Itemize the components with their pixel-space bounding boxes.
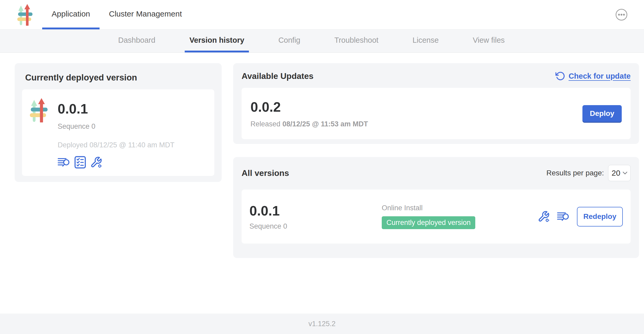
subnav-tab-troubleshoot[interactable]: Troubleshoot <box>330 30 383 52</box>
subnav-tab-license[interactable]: License <box>408 30 443 52</box>
refresh-icon <box>555 71 565 81</box>
deployed-sequence-label: Sequence 0 <box>58 122 174 131</box>
top-tabs: Application Cluster Management <box>42 0 191 29</box>
currently-deployed-badge: Currently deployed version <box>382 216 475 229</box>
update-version-label: 0.0.2 <box>250 99 368 115</box>
redeploy-button[interactable]: Redeploy <box>577 207 623 227</box>
version-row: 0.0.1 Sequence 0 Online Install Currentl… <box>242 190 631 244</box>
deployed-version-label: 0.0.1 <box>58 101 174 117</box>
released-prefix: Released <box>250 120 280 128</box>
subnav-tab-version-history[interactable]: Version history <box>185 30 249 52</box>
update-released-timestamp: Released08/12/25 @ 11:53 am MDT <box>250 120 368 128</box>
all-versions-panel: All versions Results per page: 20 <box>233 157 639 258</box>
available-updates-title: Available Updates <box>242 71 313 81</box>
app-logo-icon <box>30 98 48 169</box>
currently-deployed-card: 0.0.1 Sequence 0 Deployed 08/12/25 @ 11:… <box>22 89 214 176</box>
deployed-version-actions <box>58 156 174 169</box>
app-subnav: Dashboard Version history Config Trouble… <box>0 30 644 53</box>
row-version-label: 0.0.1 <box>249 203 382 219</box>
deployed-timestamp: Deployed 08/12/25 @ 11:40 am MDT <box>58 141 174 149</box>
view-logs-icon[interactable] <box>557 211 570 222</box>
view-logs-icon[interactable] <box>58 157 70 168</box>
tab-cluster-management[interactable]: Cluster Management <box>100 0 191 29</box>
version-history-page: Currently deployed version 0.0.1 Sequenc… <box>0 53 644 258</box>
currently-deployed-panel: Currently deployed version 0.0.1 Sequenc… <box>15 63 222 182</box>
subnav-tab-view-files[interactable]: View files <box>468 30 509 52</box>
results-per-page-value: 20 <box>612 169 620 177</box>
currently-deployed-title: Currently deployed version <box>22 73 214 83</box>
chevron-down-icon <box>623 172 627 175</box>
released-date: 08/12/25 @ 11:53 am MDT <box>282 120 368 128</box>
page-footer: v1.125.2 <box>0 314 644 334</box>
row-sequence-label: Sequence 0 <box>249 222 382 230</box>
check-for-update-link[interactable]: Check for update <box>555 71 631 81</box>
update-card: 0.0.2 Released08/12/25 @ 11:53 am MDT De… <box>242 88 631 139</box>
app-logo-icon <box>17 4 33 26</box>
console-version-label: v1.125.2 <box>308 320 336 328</box>
subnav-tab-dashboard[interactable]: Dashboard <box>113 30 160 52</box>
top-navbar: Application Cluster Management <box>0 0 644 30</box>
edit-config-icon[interactable] <box>90 156 102 168</box>
check-for-update-label[interactable]: Check for update <box>569 72 631 80</box>
edit-config-icon[interactable] <box>538 211 550 223</box>
results-per-page-label: Results per page: <box>547 169 604 177</box>
available-updates-panel: Available Updates Check for update 0.0.2 <box>233 63 639 144</box>
all-versions-title: All versions <box>242 168 289 178</box>
ellipsis-menu-icon <box>615 9 627 21</box>
row-install-type: Online Install <box>382 204 538 212</box>
overflow-menu-button[interactable] <box>615 8 628 21</box>
subnav-tab-config[interactable]: Config <box>274 30 305 52</box>
preflight-checks-icon[interactable] <box>74 156 86 169</box>
deploy-button[interactable]: Deploy <box>582 105 622 122</box>
tab-application[interactable]: Application <box>42 0 100 29</box>
results-per-page-select[interactable]: 20 <box>608 165 631 181</box>
